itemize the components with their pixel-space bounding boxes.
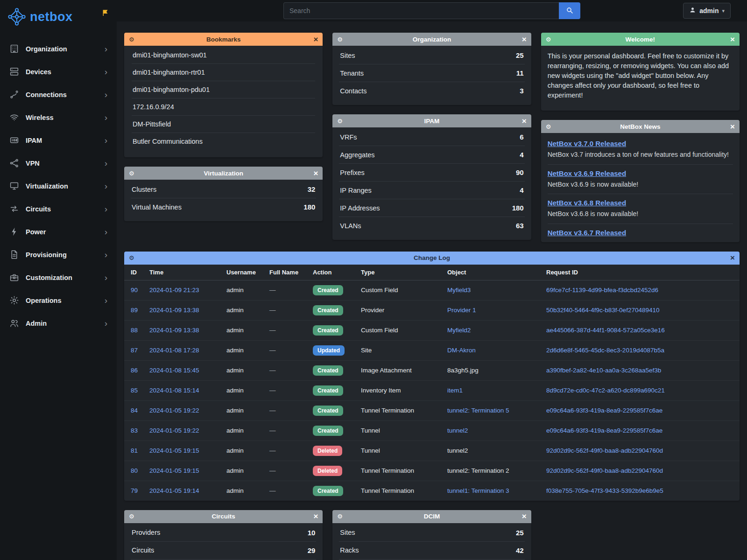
changelog-time-link[interactable]: 2024-01-09 13:38 <box>149 307 199 314</box>
sidebar-item-admin[interactable]: Admin › <box>0 312 117 335</box>
news-headline-link[interactable]: NetBox v3.6.9 Released <box>548 169 626 177</box>
widget-config-icon[interactable]: ⚙ <box>129 170 140 177</box>
changelog-id-link[interactable]: 89 <box>131 307 138 314</box>
user-menu-button[interactable]: admin ▾ <box>683 3 731 19</box>
changelog-object-link[interactable]: tunnel2 <box>447 427 468 434</box>
stat-contacts-link[interactable]: Contacts <box>340 87 366 95</box>
changelog-id-link[interactable]: 83 <box>131 427 138 434</box>
sidebar-item-wireless[interactable]: Wireless › <box>0 106 117 129</box>
bookmark-link-dmi01-binghamton-sw01[interactable]: dmi01-binghamton-sw01 <box>132 47 315 63</box>
changelog-request-id-link[interactable]: 92d02d9c-562f-49f0-baa8-adb22904760d <box>546 447 663 454</box>
widget-close-icon[interactable]: × <box>307 169 318 177</box>
widget-config-icon[interactable]: ⚙ <box>129 254 140 261</box>
changelog-time-link[interactable]: 2024-01-05 19:22 <box>149 407 199 414</box>
stat-clusters-link[interactable]: Clusters <box>132 186 156 193</box>
stat-racks-link[interactable]: Racks <box>340 546 359 554</box>
bookmark-link-dm-pittsfield[interactable]: DM-Pittsfield <box>132 115 315 133</box>
changelog-object-link[interactable]: tunnel2: Termination 5 <box>447 407 509 414</box>
changelog-id-link[interactable]: 90 <box>131 287 138 294</box>
changelog-request-id-link[interactable]: 50b32f40-5464-4f9c-b83f-0ef270489410 <box>546 307 659 314</box>
changelog-object-link[interactable]: Myfield2 <box>447 327 471 334</box>
stat-aggregates-link[interactable]: Aggregates <box>340 151 374 159</box>
changelog-id-link[interactable]: 88 <box>131 327 138 334</box>
changelog-id-link[interactable]: 79 <box>131 487 138 494</box>
changelog-id-link[interactable]: 80 <box>131 467 138 474</box>
widget-close-icon[interactable]: × <box>724 35 735 43</box>
bookmark-flag-icon[interactable] <box>101 9 109 18</box>
news-headline-link[interactable]: NetBox v3.6.8 Released <box>548 199 626 207</box>
changelog-request-id-link[interactable]: 2d6d6e8f-5465-45dc-8ec3-2019d4087b5a <box>546 347 664 354</box>
sidebar-item-organization[interactable]: Organization › <box>0 37 117 60</box>
brand-name[interactable]: netbox <box>30 10 73 24</box>
changelog-time-link[interactable]: 2024-01-09 13:38 <box>149 327 199 334</box>
stat-circuits-link[interactable]: Circuits <box>132 546 154 554</box>
sidebar-item-circuits[interactable]: Circuits › <box>0 197 117 220</box>
sidebar-item-power[interactable]: Power › <box>0 220 117 243</box>
widget-config-icon[interactable]: ⚙ <box>129 36 140 43</box>
stat-sites-link[interactable]: Sites <box>340 52 355 59</box>
changelog-request-id-link[interactable]: 8d9cd72e-cd0c-47c2-a620-dc899a690c21 <box>546 387 665 394</box>
bookmark-link-butler-communications[interactable]: Butler Communications <box>132 133 315 150</box>
widget-close-icon[interactable]: × <box>515 117 527 125</box>
widget-close-icon[interactable]: × <box>515 35 527 43</box>
widget-config-icon[interactable]: ⚙ <box>337 513 348 520</box>
sidebar-item-devices[interactable]: Devices › <box>0 60 117 83</box>
stat-prefixes-link[interactable]: Prefixes <box>340 169 364 176</box>
changelog-request-id-link[interactable]: a390fbef-2a82-4e10-aa0a-3c268aa5ef3b <box>546 367 661 374</box>
widget-config-icon[interactable]: ⚙ <box>546 123 557 130</box>
changelog-id-link[interactable]: 85 <box>131 387 138 394</box>
widget-config-icon[interactable]: ⚙ <box>129 513 140 520</box>
bookmark-link-172-16-0-9-24[interactable]: 172.16.0.9/24 <box>132 98 315 115</box>
changelog-request-id-link[interactable]: 92d02d9c-562f-49f0-baa8-adb22904760d <box>546 467 663 474</box>
sidebar-item-customization[interactable]: Customization › <box>0 266 117 289</box>
stat-vlans-link[interactable]: VLANs <box>340 222 361 230</box>
changelog-id-link[interactable]: 84 <box>131 407 138 414</box>
search-button[interactable] <box>559 2 580 19</box>
search-input[interactable] <box>283 2 559 19</box>
news-headline-link[interactable]: NetBox v3.7.0 Released <box>548 140 626 147</box>
changelog-request-id-link[interactable]: e09c64a6-93f3-419a-8ea9-229585f7c6ae <box>546 427 662 434</box>
widget-close-icon[interactable]: × <box>307 35 318 43</box>
changelog-request-id-link[interactable]: f038e755-705e-47f3-9433-5392b9e6b9e5 <box>546 487 663 494</box>
changelog-time-link[interactable]: 2024-01-08 15:14 <box>149 387 199 394</box>
sidebar-item-vpn[interactable]: VPN › <box>0 152 117 175</box>
changelog-object-link[interactable]: Provider 1 <box>447 307 476 314</box>
changelog-time-link[interactable]: 2024-01-08 15:45 <box>149 367 199 374</box>
changelog-time-link[interactable]: 2024-01-05 19:15 <box>149 467 199 474</box>
changelog-request-id-link[interactable]: 69fce7cf-1139-4d99-bfea-f3dcbd2452d6 <box>546 287 658 294</box>
sidebar-item-ipam[interactable]: IPAM › <box>0 129 117 152</box>
stat-vrfs-link[interactable]: VRFs <box>340 133 357 141</box>
changelog-time-link[interactable]: 2024-01-05 19:14 <box>149 487 199 494</box>
changelog-request-id-link[interactable]: ae445066-387d-44f1-9084-572a05ce3e16 <box>546 327 665 334</box>
changelog-id-link[interactable]: 86 <box>131 367 138 374</box>
changelog-time-link[interactable]: 2024-01-09 21:23 <box>149 287 199 294</box>
sidebar-item-connections[interactable]: Connections › <box>0 83 117 106</box>
stat-sites-link[interactable]: Sites <box>340 529 355 536</box>
sidebar-item-operations[interactable]: Operations › <box>0 289 117 312</box>
widget-config-icon[interactable]: ⚙ <box>337 36 348 43</box>
stat-virtual-machines-link[interactable]: Virtual Machines <box>132 203 182 211</box>
stat-tenants-link[interactable]: Tenants <box>340 70 364 77</box>
bookmark-link-dmi01-binghamton-rtr01[interactable]: dmi01-binghamton-rtr01 <box>132 63 315 81</box>
changelog-time-link[interactable]: 2024-01-08 17:28 <box>149 347 199 354</box>
changelog-object-link[interactable]: Myfield3 <box>447 287 471 294</box>
changelog-time-link[interactable]: 2024-01-05 19:15 <box>149 447 199 454</box>
widget-close-icon[interactable]: × <box>307 512 318 520</box>
sidebar-item-virtualization[interactable]: Virtualization › <box>0 175 117 197</box>
changelog-object-link[interactable]: item1 <box>447 387 463 394</box>
stat-ip-addresses-link[interactable]: IP Addresses <box>340 204 380 212</box>
bookmark-link-dmi01-binghamton-pdu01[interactable]: dmi01-binghamton-pdu01 <box>132 81 315 98</box>
stat-providers-link[interactable]: Providers <box>132 529 160 536</box>
changelog-object-link[interactable]: tunnel1: Termination 3 <box>447 487 509 494</box>
sidebar-item-provisioning[interactable]: Provisioning › <box>0 243 117 266</box>
changelog-request-id-link[interactable]: e09c64a6-93f3-419a-8ea9-229585f7c6ae <box>546 407 662 414</box>
netbox-logo-icon[interactable] <box>7 7 26 26</box>
widget-close-icon[interactable]: × <box>724 123 735 131</box>
changelog-id-link[interactable]: 87 <box>131 347 138 354</box>
changelog-id-link[interactable]: 81 <box>131 447 138 454</box>
changelog-object-link[interactable]: DM-Akron <box>447 347 476 354</box>
widget-config-icon[interactable]: ⚙ <box>546 36 557 43</box>
widget-config-icon[interactable]: ⚙ <box>337 118 348 125</box>
widget-close-icon[interactable]: × <box>515 512 527 520</box>
changelog-time-link[interactable]: 2024-01-05 19:22 <box>149 427 199 434</box>
